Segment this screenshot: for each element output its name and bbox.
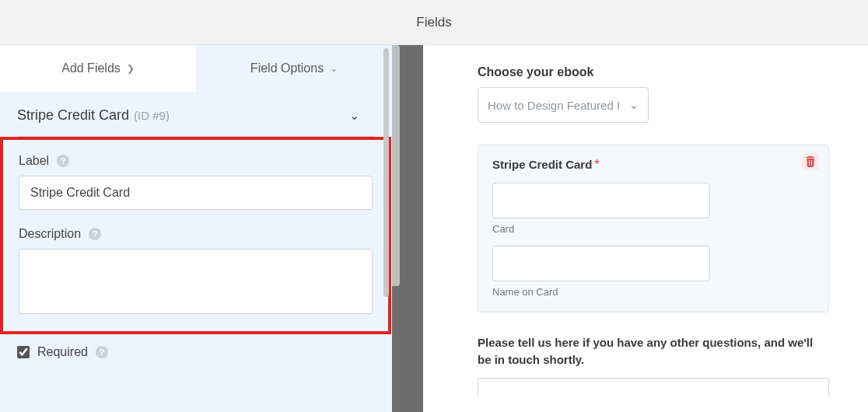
- field-header[interactable]: Stripe Credit Card (ID #9) ⌄: [0, 92, 392, 131]
- label-caption: Label: [19, 154, 49, 168]
- tab-add-fields-label: Add Fields: [61, 61, 121, 75]
- ebook-select[interactable]: How to Design Featured I ⌄: [478, 87, 649, 123]
- page-title: Fields: [416, 15, 451, 30]
- content: Add Fields ❯ Field Options ⌄ Stripe Cred…: [0, 45, 868, 412]
- highlighted-section: Label ? Description ?: [0, 137, 391, 334]
- stripe-card-title: Stripe Credit Card: [492, 158, 592, 171]
- questions-label: Please tell us here if you have any othe…: [478, 334, 829, 368]
- chevron-down-icon: ⌄: [629, 99, 639, 111]
- sidebar-scrollbar[interactable]: [383, 48, 389, 297]
- required-checkbox[interactable]: [17, 346, 30, 358]
- required-row: Required ?: [0, 334, 392, 359]
- panel-divider: [392, 45, 423, 412]
- divider-scrollbar[interactable]: [392, 45, 400, 286]
- help-icon[interactable]: ?: [57, 155, 69, 167]
- card-number-input[interactable]: [492, 183, 710, 218]
- field-header-left: Stripe Credit Card (ID #9): [17, 107, 170, 124]
- ebook-selected-value: How to Design Featured I: [488, 99, 620, 112]
- chevron-down-icon: ⌄: [330, 63, 338, 74]
- name-sublabel: Name on Card: [492, 286, 814, 298]
- required-caption: Required: [37, 345, 88, 359]
- form-preview: Choose your ebook How to Design Featured…: [423, 45, 868, 412]
- topbar: Fields: [0, 0, 868, 45]
- description-textarea[interactable]: [19, 249, 373, 314]
- chevron-down-icon[interactable]: ⌄: [349, 108, 375, 123]
- trash-icon[interactable]: [802, 153, 819, 170]
- sidebar: Add Fields ❯ Field Options ⌄ Stripe Cred…: [0, 45, 392, 412]
- card-sublabel: Card: [492, 223, 814, 235]
- help-icon[interactable]: ?: [89, 228, 101, 240]
- field-id: (ID #9): [134, 109, 170, 122]
- description-caption: Description: [19, 227, 81, 241]
- field-options-panel: Stripe Credit Card (ID #9) ⌄ Label ? Des…: [0, 92, 392, 412]
- field-title: Stripe Credit Card: [17, 107, 129, 124]
- label-row: Label ?: [19, 154, 373, 168]
- chevron-right-icon: ❯: [127, 63, 135, 74]
- ebook-label: Choose your ebook: [478, 65, 829, 79]
- name-on-card-input[interactable]: [492, 246, 710, 281]
- description-row: Description ?: [19, 227, 373, 241]
- stripe-card-block[interactable]: Stripe Credit Card* Card Name on Card: [478, 145, 829, 312]
- tab-add-fields[interactable]: Add Fields ❯: [0, 45, 196, 92]
- required-star: *: [594, 158, 599, 171]
- questions-textarea[interactable]: [478, 378, 829, 396]
- tab-field-options[interactable]: Field Options ⌄: [196, 45, 392, 92]
- preview-area: Choose your ebook How to Design Featured…: [423, 45, 868, 412]
- help-icon[interactable]: ?: [96, 346, 108, 358]
- label-input[interactable]: [19, 176, 373, 210]
- sidebar-tabs: Add Fields ❯ Field Options ⌄: [0, 45, 392, 92]
- tab-field-options-label: Field Options: [250, 61, 324, 75]
